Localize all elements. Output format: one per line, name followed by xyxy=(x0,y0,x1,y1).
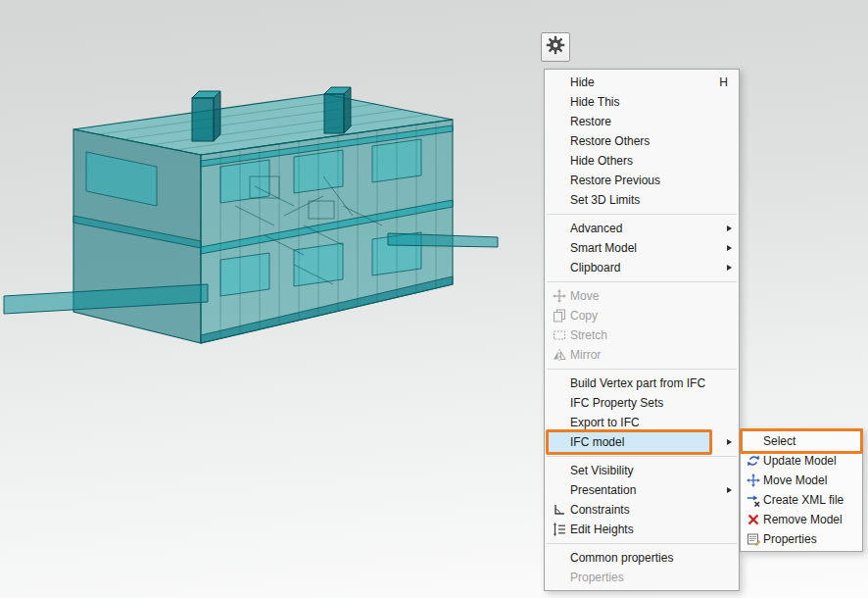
menu-item-label: IFC Property Sets xyxy=(570,396,731,410)
submenu-arrow-icon xyxy=(727,487,732,493)
submenu-item-move-model[interactable]: Move Model xyxy=(741,471,862,490)
move-icon xyxy=(549,289,570,303)
menu-item-set-3d-limits[interactable]: Set 3D Limits xyxy=(545,190,739,210)
menu-item-properties: Properties xyxy=(545,568,739,587)
properties-icon xyxy=(744,532,763,546)
menu-item-label: Export to IFC xyxy=(570,416,731,429)
menu-item-presentation[interactable]: Presentation xyxy=(545,480,739,500)
menu-item-label: Restore xyxy=(570,115,731,128)
menu-item-constraints[interactable]: Constraints xyxy=(545,500,739,520)
menu-item-label: Constraints xyxy=(570,503,731,517)
menu-item-restore-previous[interactable]: Restore Previous xyxy=(545,171,739,190)
copy-icon xyxy=(549,309,570,323)
menu-item-build-vertex-part-from-ifc[interactable]: Build Vertex part from IFC xyxy=(545,374,739,393)
ifc-model-submenu: Select Update Model Move Model xyxy=(740,428,863,552)
menu-item-label: Clipboard xyxy=(570,261,731,274)
gear-icon xyxy=(546,35,565,59)
menu-item-hide-this[interactable]: Hide This xyxy=(545,92,739,112)
menu-item-smart-model[interactable]: Smart Model xyxy=(545,238,739,258)
submenu-item-label: Create XML file xyxy=(763,493,856,507)
menu-item-label: Restore Previous xyxy=(570,174,731,187)
menu-separator xyxy=(547,214,737,215)
menu-separator xyxy=(547,543,737,544)
menu-item-common-properties[interactable]: Common properties xyxy=(545,548,739,568)
submenu-item-label: Move Model xyxy=(763,473,856,487)
menu-item-label: Properties xyxy=(570,571,731,584)
submenu-item-select[interactable]: Select xyxy=(741,431,862,451)
constraints-icon xyxy=(549,503,570,517)
menu-item-label: Stretch xyxy=(570,328,731,342)
menu-item-label: Smart Model xyxy=(570,241,731,255)
edit-heights-icon xyxy=(549,523,570,536)
menu-item-copy: Copy xyxy=(545,306,739,325)
mirror-icon xyxy=(549,348,570,362)
menu-item-label: Presentation xyxy=(570,483,731,497)
menu-item-restore[interactable]: Restore xyxy=(545,112,739,131)
menu-item-ifc-model[interactable]: IFC model xyxy=(545,432,739,452)
menu-separator xyxy=(547,456,737,457)
viewport-3d[interactable] xyxy=(0,59,509,373)
shortcut-key: H xyxy=(719,75,731,89)
move-model-icon xyxy=(744,473,763,487)
menu-item-clipboard[interactable]: Clipboard xyxy=(545,258,739,277)
submenu-item-remove-model[interactable]: Remove Model xyxy=(741,510,862,529)
menu-item-hide-others[interactable]: Hide Others xyxy=(545,151,739,171)
menu-item-label: Hide This xyxy=(570,95,731,109)
menu-item-label: Move xyxy=(570,289,731,303)
menu-item-label: Mirror xyxy=(570,348,731,362)
update-model-icon xyxy=(744,454,763,468)
menu-item-mirror: Mirror xyxy=(545,345,739,365)
menu-item-label: Advanced xyxy=(570,222,731,235)
submenu-arrow-icon xyxy=(727,439,732,445)
menu-item-label: Hide xyxy=(570,75,719,89)
settings-gear-button[interactable] xyxy=(541,32,570,62)
menu-item-restore-others[interactable]: Restore Others xyxy=(545,131,739,151)
menu-item-label: Restore Others xyxy=(570,134,731,148)
submenu-arrow-icon xyxy=(727,225,732,231)
menu-item-set-visibility[interactable]: Set Visibility xyxy=(545,461,739,480)
submenu-arrow-icon xyxy=(727,265,732,271)
menu-separator xyxy=(547,369,737,370)
submenu-item-label: Remove Model xyxy=(763,513,856,526)
building-model-3d[interactable] xyxy=(0,59,509,373)
menu-item-advanced[interactable]: Advanced xyxy=(545,219,739,238)
menu-item-ifc-property-sets[interactable]: IFC Property Sets xyxy=(545,393,739,413)
menu-item-label: IFC model xyxy=(570,435,731,449)
menu-item-label: Set 3D Limits xyxy=(570,193,731,207)
create-xml-icon xyxy=(744,493,763,507)
menu-item-label: Hide Others xyxy=(570,154,731,168)
menu-item-label: Edit Heights xyxy=(570,523,731,536)
menu-item-stretch: Stretch xyxy=(545,325,739,345)
menu-item-label: Build Vertex part from IFC xyxy=(570,376,731,390)
submenu-arrow-icon xyxy=(727,245,732,251)
stretch-icon xyxy=(549,328,570,342)
menu-item-label: Set Visibility xyxy=(570,464,731,477)
menu-item-label: Common properties xyxy=(570,551,731,565)
submenu-item-label: Update Model xyxy=(763,454,856,468)
context-menu: Hide H Hide This Restore Restore Others … xyxy=(544,69,740,591)
submenu-item-update-model[interactable]: Update Model xyxy=(741,451,862,471)
submenu-item-create-xml-file[interactable]: Create XML file xyxy=(741,490,862,510)
menu-item-label: Copy xyxy=(570,309,731,323)
menu-item-hide[interactable]: Hide H xyxy=(545,73,739,92)
menu-separator xyxy=(547,281,737,282)
submenu-item-label: Properties xyxy=(763,532,856,546)
submenu-item-properties[interactable]: Properties xyxy=(741,529,862,549)
remove-model-icon xyxy=(744,513,763,526)
submenu-item-label: Select xyxy=(763,434,856,448)
menu-item-edit-heights[interactable]: Edit Heights xyxy=(545,520,739,539)
menu-item-move: Move xyxy=(545,286,739,306)
